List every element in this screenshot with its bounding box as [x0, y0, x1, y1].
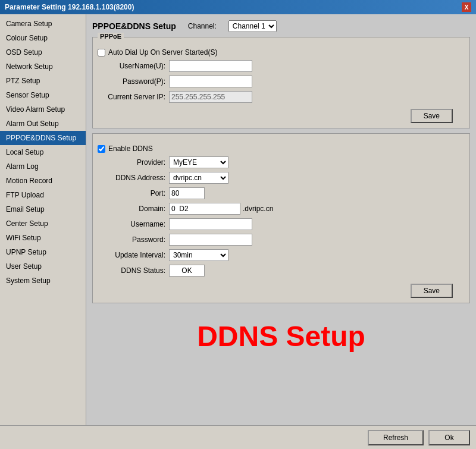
enable-ddns-checkbox[interactable]: [98, 145, 105, 153]
auto-dial-row: Auto Dial Up On Server Started(S): [98, 48, 465, 56]
sidebar-item-ftp-upload[interactable]: FTP Upload: [0, 188, 86, 202]
update-interval-label: Update Interval:: [98, 251, 169, 259]
sidebar: Camera SetupColour SetupOSD SetupNetwork…: [0, 14, 86, 425]
sidebar-item-ptz-setup[interactable]: PTZ Setup: [0, 74, 86, 88]
provider-row: Provider: MyEYEDynDNSNO-IP: [98, 156, 465, 168]
ddns-username-input[interactable]: [169, 218, 252, 230]
ddns-password-label: Password:: [98, 236, 169, 244]
sidebar-item-video-alarm-setup[interactable]: Video Alarm Setup: [0, 102, 86, 117]
update-interval-select[interactable]: 30min1min5min10min60min: [169, 249, 228, 261]
sidebar-item-camera-setup[interactable]: Camera Setup: [0, 17, 86, 31]
refresh-button[interactable]: Refresh: [368, 430, 424, 445]
sidebar-item-system-setup[interactable]: System Setup: [0, 274, 86, 288]
ddns-password-input[interactable]: [169, 234, 252, 246]
server-ip-row: Current Server IP:: [98, 91, 465, 103]
bottom-bar: Refresh Ok: [0, 425, 476, 449]
ddns-status-row: DDNS Status: OK: [98, 265, 465, 277]
domain-label: Domain:: [98, 205, 169, 213]
password-label: Password(P):: [98, 77, 169, 86]
sidebar-item-network-setup[interactable]: Network Setup: [0, 59, 86, 74]
sidebar-item-colour-setup[interactable]: Colour Setup: [0, 31, 86, 45]
domain-suffix: .dvripc.cn: [243, 205, 273, 213]
sidebar-item-wifi-setup[interactable]: WiFi Setup: [0, 231, 86, 245]
ddns-status-label: DDNS Status:: [98, 266, 169, 275]
content-area: eye ® PPPOE&DDNS Setup Channel: Channel …: [86, 14, 476, 425]
ddns-status-value: OK: [169, 265, 205, 277]
username-input[interactable]: [169, 60, 252, 72]
window-title: Parameter Setting 192.168.1.103(8200): [5, 3, 134, 11]
password-input[interactable]: [169, 76, 252, 87]
close-button[interactable]: X: [462, 2, 471, 12]
page-title-text: PPPOE&DDNS Setup: [92, 21, 176, 31]
username-label: UserName(U):: [98, 62, 169, 70]
sidebar-item-alarm-log[interactable]: Alarm Log: [0, 159, 86, 174]
domain-input[interactable]: [169, 203, 240, 215]
page-title-row: PPPOE&DDNS Setup Channel: Channel 1Chann…: [92, 20, 470, 32]
pppoe-section-title: PPPoE: [98, 33, 124, 40]
ok-button[interactable]: Ok: [428, 430, 470, 445]
pppoe-save-button[interactable]: Save: [411, 109, 453, 123]
enable-ddns-row: Enable DDNS: [98, 145, 465, 153]
sidebar-item-osd-setup[interactable]: OSD Setup: [0, 45, 86, 59]
ddns-password-row: Password:: [98, 234, 465, 246]
port-label: Port:: [98, 189, 169, 197]
provider-label: Provider:: [98, 158, 169, 167]
sidebar-item-center-setup[interactable]: Center Setup: [0, 216, 86, 231]
username-row: UserName(U):: [98, 60, 465, 72]
enable-ddns-label: Enable DDNS: [108, 145, 153, 153]
sidebar-item-user-setup[interactable]: User Setup: [0, 259, 86, 274]
provider-select[interactable]: MyEYEDynDNSNO-IP: [169, 156, 228, 168]
ddns-big-text: DDNS Setup: [92, 308, 470, 359]
ddns-address-row: DDNS Address: dvripc.cnother: [98, 172, 465, 184]
ddns-address-select[interactable]: dvripc.cnother: [169, 172, 228, 184]
auto-dial-checkbox[interactable]: [98, 49, 105, 56]
sidebar-item-motion-record[interactable]: Motion Record: [0, 174, 86, 188]
sidebar-item-sensor-setup[interactable]: Sensor Setup: [0, 88, 86, 102]
auto-dial-label: Auto Dial Up On Server Started(S): [108, 48, 217, 56]
title-bar: Parameter Setting 192.168.1.103(8200) X: [0, 0, 476, 14]
sidebar-item-email-setup[interactable]: Email Setup: [0, 202, 86, 216]
port-input[interactable]: [169, 187, 205, 199]
sidebar-item-local-setup[interactable]: Local Setup: [0, 145, 86, 159]
sidebar-item-pppoe-ddns-setup[interactable]: PPPOE&DDNS Setup: [0, 131, 86, 145]
ddns-username-row: Username:: [98, 218, 465, 230]
password-row: Password(P):: [98, 76, 465, 87]
ddns-address-label: DDNS Address:: [98, 174, 169, 182]
main-container: Camera SetupColour SetupOSD SetupNetwork…: [0, 14, 476, 425]
port-row: Port:: [98, 187, 465, 199]
update-interval-row: Update Interval: 30min1min5min10min60min: [98, 249, 465, 261]
channel-label: Channel:: [188, 22, 217, 30]
pppoe-section: PPPoE Auto Dial Up On Server Started(S) …: [92, 37, 470, 128]
server-ip-input: [169, 91, 252, 103]
ddns-section: Enable DDNS Provider: MyEYEDynDNSNO-IP D…: [92, 133, 470, 303]
ddns-save-button[interactable]: Save: [411, 284, 453, 298]
server-ip-label: Current Server IP:: [98, 93, 169, 101]
ddns-username-label: Username:: [98, 220, 169, 228]
sidebar-item-alarm-out-setup[interactable]: Alarm Out Setup: [0, 117, 86, 131]
sidebar-item-upnp-setup[interactable]: UPNP Setup: [0, 245, 86, 259]
domain-row: Domain: .dvripc.cn: [98, 203, 465, 215]
channel-select[interactable]: Channel 1Channel 2Channel 3Channel 4: [228, 20, 277, 32]
